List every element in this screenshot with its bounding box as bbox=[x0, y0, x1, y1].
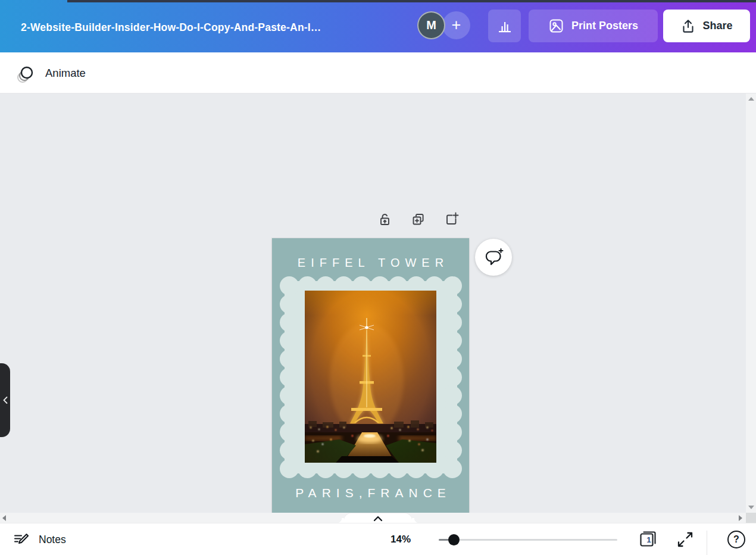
page-toolbar bbox=[377, 212, 459, 227]
drawer-tab-flare bbox=[412, 518, 419, 523]
share-upload-icon bbox=[680, 18, 696, 34]
expand-icon bbox=[676, 531, 694, 548]
poster-page[interactable]: EIFFEL TOWER bbox=[272, 238, 469, 516]
notes-pencil-icon bbox=[13, 532, 30, 547]
insights-bar-chart-icon bbox=[497, 18, 513, 34]
notes-label: Notes bbox=[39, 534, 66, 546]
top-bar: 2-Website-Builder-Insider-How-Do-I-Copy-… bbox=[0, 0, 756, 52]
scroll-up-arrow[interactable] bbox=[748, 97, 754, 101]
share-button[interactable]: Share bbox=[663, 10, 750, 42]
page-number: 1 bbox=[641, 535, 657, 544]
print-posters-label: Print Posters bbox=[571, 20, 638, 32]
divider bbox=[707, 531, 707, 555]
scroll-left-arrow[interactable] bbox=[2, 515, 6, 521]
animate-icon bbox=[15, 63, 37, 83]
share-label: Share bbox=[702, 20, 732, 32]
document-title[interactable]: 2-Website-Builder-Insider-How-Do-I-Copy-… bbox=[21, 0, 321, 52]
avatar-initial: M bbox=[426, 18, 436, 32]
scrollbar-corner bbox=[746, 513, 756, 523]
help-icon: ? bbox=[733, 534, 739, 545]
plus-icon: + bbox=[452, 16, 461, 35]
zoom-slider-knob[interactable] bbox=[448, 534, 460, 545]
insights-button[interactable] bbox=[488, 10, 521, 42]
chevron-left-icon bbox=[3, 397, 8, 404]
lock-icon[interactable] bbox=[377, 212, 392, 227]
zoom-slider-track[interactable] bbox=[439, 539, 617, 541]
context-toolbar: Animate bbox=[0, 52, 756, 93]
poster-caption-text[interactable]: PARIS,FRANCE bbox=[272, 486, 469, 500]
eiffel-tower-photo[interactable] bbox=[305, 291, 436, 463]
open-drawer-tab[interactable] bbox=[344, 513, 412, 523]
bottom-bar: Notes 14% 1 ? bbox=[0, 523, 756, 555]
add-comment-icon bbox=[483, 247, 504, 267]
chevron-up-icon bbox=[373, 516, 383, 522]
scroll-down-arrow[interactable] bbox=[748, 506, 754, 509]
zoom-level: 14% bbox=[357, 523, 411, 555]
drawer-tab-flare bbox=[337, 518, 344, 523]
sidebar-collapse-tab[interactable] bbox=[0, 363, 10, 437]
add-comment-button[interactable] bbox=[475, 239, 512, 276]
animate-button[interactable]: Animate bbox=[11, 61, 90, 85]
print-posters-button[interactable]: Print Posters bbox=[529, 10, 658, 42]
avatar[interactable]: M bbox=[417, 11, 445, 39]
notes-button[interactable]: Notes bbox=[13, 529, 66, 550]
scroll-right-arrow[interactable] bbox=[739, 515, 742, 521]
vertical-scrollbar[interactable] bbox=[746, 93, 756, 513]
zoom-slider[interactable] bbox=[439, 523, 617, 555]
image-icon bbox=[548, 18, 564, 34]
help-button[interactable]: ? bbox=[727, 531, 745, 548]
poster-title-text[interactable]: EIFFEL TOWER bbox=[272, 256, 469, 270]
fullscreen-button[interactable] bbox=[676, 531, 694, 548]
design-canvas[interactable]: EIFFEL TOWER bbox=[0, 93, 746, 513]
add-member-button[interactable]: + bbox=[442, 11, 470, 39]
animate-label: Animate bbox=[45, 67, 86, 80]
pages-button[interactable]: 1 bbox=[638, 530, 660, 549]
add-page-icon[interactable] bbox=[444, 212, 459, 227]
duplicate-page-icon[interactable] bbox=[411, 212, 426, 227]
